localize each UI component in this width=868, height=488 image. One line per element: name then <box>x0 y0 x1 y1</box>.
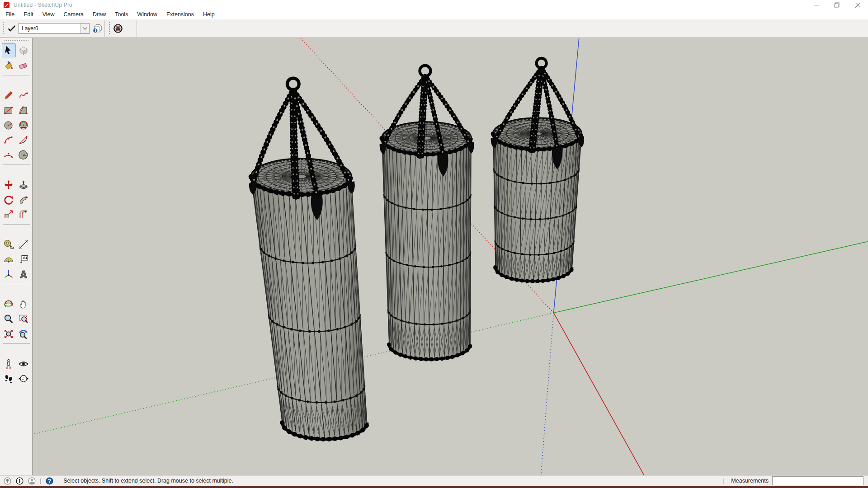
menu-edit[interactable]: Edit <box>19 10 38 19</box>
tool-group-separator <box>2 163 31 166</box>
layer-manager-icon[interactable] <box>91 23 103 34</box>
tool-eraser[interactable] <box>17 58 31 72</box>
menu-view[interactable]: View <box>38 10 59 19</box>
tool-line[interactable] <box>2 88 16 102</box>
toolbar-drag-handle[interactable] <box>2 22 4 35</box>
menu-extensions[interactable]: Extensions <box>162 10 198 19</box>
menu-camera[interactable]: Camera <box>59 10 88 19</box>
tool-protractor[interactable] <box>2 252 16 266</box>
menu-draw[interactable]: Draw <box>88 10 110 19</box>
tool-position-camera[interactable] <box>2 357 16 371</box>
tool-look-around[interactable] <box>17 357 31 371</box>
title-bar: Untitled - SketchUp Pro <box>0 0 868 10</box>
restore-button[interactable] <box>826 0 847 10</box>
tool-arc[interactable] <box>17 133 31 147</box>
tool-scale[interactable] <box>2 207 16 221</box>
menu-tools[interactable]: Tools <box>110 10 132 19</box>
tool-zoom-previous[interactable] <box>17 327 31 341</box>
tool-rotate[interactable] <box>2 192 16 206</box>
tool-zoom[interactable] <box>2 312 16 326</box>
tool-section-plane[interactable] <box>17 371 31 385</box>
status-message: Select objects. Shift to extend select. … <box>63 478 233 484</box>
claim-credit-icon[interactable] <box>15 476 24 485</box>
tool-rectangle[interactable] <box>2 103 16 117</box>
tool-tape-measure[interactable] <box>2 237 16 251</box>
geolocation-icon[interactable] <box>3 476 12 485</box>
tool-offset[interactable] <box>17 207 31 221</box>
menu-window[interactable]: Window <box>132 10 161 19</box>
tool-move[interactable] <box>2 178 16 192</box>
chevron-down-icon[interactable] <box>80 23 89 33</box>
tool-select[interactable] <box>2 43 16 57</box>
window-bottom-edge <box>0 486 868 488</box>
tool-make-component[interactable] <box>17 43 31 57</box>
toolbar-separator <box>104 20 105 37</box>
tool-orbit[interactable] <box>2 297 16 311</box>
tool-pan[interactable] <box>17 297 31 311</box>
tool-push-pull[interactable] <box>17 178 31 192</box>
punching-bag-left[interactable] <box>249 78 367 439</box>
sign-in-icon[interactable] <box>27 476 36 485</box>
large-tool-set <box>0 38 33 475</box>
tool-group-separator <box>2 282 31 286</box>
menu-file[interactable]: File <box>1 10 19 19</box>
tool-3d-text[interactable] <box>17 267 31 281</box>
tool-rotated-rectangle[interactable] <box>17 103 31 117</box>
tool-arc-2pt[interactable] <box>2 133 16 147</box>
tool-freehand[interactable] <box>17 88 31 102</box>
model-scene[interactable] <box>33 38 868 475</box>
tool-axes[interactable] <box>2 267 16 281</box>
tool-paint-bucket[interactable] <box>2 58 16 72</box>
tool-dimension[interactable] <box>17 237 31 251</box>
tool-walk[interactable] <box>2 371 16 385</box>
statusbar-separator: | <box>722 478 724 484</box>
layer-dropdown-value: Layer0 <box>19 25 80 32</box>
layers-toolbar: Layer0 <box>0 19 868 38</box>
punching-bag-middle[interactable] <box>380 66 474 359</box>
tool-pie[interactable] <box>17 148 31 162</box>
globe-camera-icon[interactable] <box>112 23 124 34</box>
toolbar-drag-handle[interactable] <box>108 22 110 35</box>
menu-bar: FileEditViewCameraDrawToolsWindowExtensi… <box>0 10 868 19</box>
menu-help[interactable]: Help <box>198 10 219 19</box>
help-icon[interactable] <box>45 476 54 485</box>
measurements-input[interactable] <box>772 476 863 485</box>
tool-circle[interactable] <box>2 118 16 132</box>
tool-zoom-window[interactable] <box>17 312 31 326</box>
punching-bag-right[interactable] <box>491 58 585 281</box>
tool-group-separator <box>2 342 31 345</box>
tool-polygon[interactable] <box>17 118 31 132</box>
tool-follow-me[interactable] <box>17 192 31 206</box>
minimize-button[interactable] <box>806 0 826 10</box>
viewport-3d[interactable] <box>33 38 868 475</box>
statusbar-separator: | <box>40 478 41 484</box>
layer-visible-check-icon <box>6 23 18 34</box>
tool-arc-3pt[interactable] <box>2 148 16 162</box>
tool-zoom-extents[interactable] <box>2 327 16 341</box>
close-button[interactable] <box>847 0 868 10</box>
layer-dropdown[interactable]: Layer0 <box>19 23 90 34</box>
tool-group-separator <box>2 73 31 77</box>
toolbar-separator <box>137 20 137 37</box>
sketchup-logo-icon <box>3 2 10 9</box>
tool-text[interactable] <box>17 252 31 266</box>
status-bar: | Select objects. Shift to extend select… <box>0 475 868 486</box>
measurements-label: Measurements <box>731 478 769 484</box>
window-title: Untitled - SketchUp Pro <box>14 2 72 8</box>
tool-group-separator <box>2 222 31 226</box>
sketchup-window: Untitled - SketchUp Pro FileEditViewCame… <box>0 0 868 488</box>
toolpanel-drag-handle[interactable] <box>4 39 28 41</box>
